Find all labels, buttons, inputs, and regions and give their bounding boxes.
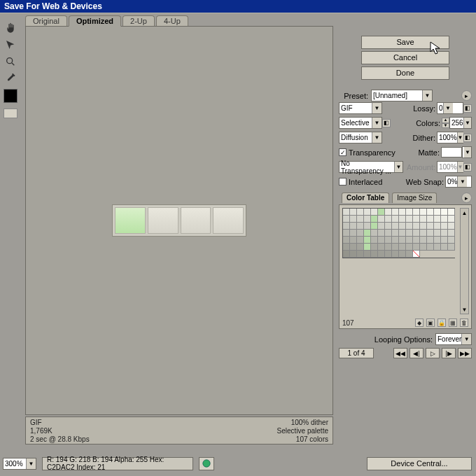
zoom-tool[interactable]	[3, 54, 18, 69]
amount-lock-icon[interactable]: ◧	[463, 163, 472, 172]
looping-label: Looping Options:	[374, 335, 433, 344]
svg-point-1	[203, 460, 211, 468]
info-colorcount: 107 colors	[277, 435, 328, 443]
frame-indicator: 1 of 4	[339, 348, 374, 358]
info-size: 1,769K	[30, 427, 90, 435]
tab-4up[interactable]: 4-Up	[156, 15, 188, 27]
info-palette: Selective palette	[277, 427, 328, 435]
tab-2up[interactable]: 2-Up	[122, 15, 155, 27]
info-time: 2 sec @ 28.8 Kbps	[30, 435, 90, 443]
pixel-readout: R: 194 G: 218 B: 194 Alpha: 255 Hex: C2D…	[42, 457, 193, 470]
dither-label: Dither:	[413, 134, 435, 142]
status-bar: 300%▼ R: 194 G: 218 B: 194 Alpha: 255 He…	[3, 455, 472, 472]
image-content	[112, 204, 246, 237]
preset-menu-icon[interactable]	[461, 90, 472, 101]
format-select[interactable]: GIF▼	[339, 102, 382, 114]
device-central-button[interactable]: Device Central...	[367, 457, 472, 470]
toolbox	[3, 20, 21, 118]
hand-tool[interactable]	[3, 20, 18, 36]
window-titlebar: Save For Web & Devices	[0, 0, 476, 13]
next-frame-button[interactable]: |▶	[442, 348, 456, 358]
lossy-input[interactable]: 0▼	[437, 102, 463, 114]
amount-label: Amount:	[407, 163, 435, 172]
prev-frame-button[interactable]: ◀|	[410, 348, 424, 358]
tab-color-table[interactable]: Color Table	[342, 192, 389, 203]
transparency-map-icon[interactable]: ▣	[426, 318, 435, 327]
dither-lock-icon[interactable]: ◧	[463, 134, 472, 142]
matte-label: Matte:	[418, 148, 440, 157]
reduction-menu-icon[interactable]: ◧	[382, 119, 391, 127]
settings-panel: Save Cancel Done Preset: [Unnamed]▼ GIF▼…	[339, 26, 472, 431]
lossy-label: Lossy:	[413, 104, 435, 113]
websafe-shift-icon[interactable]: ◆	[415, 318, 424, 327]
preset-select[interactable]: [Unnamed]▼	[371, 90, 433, 102]
transparency-dither-select[interactable]: No Transparency ...▼	[339, 161, 403, 173]
eyedropper-color-swatch[interactable]	[4, 89, 18, 103]
new-color-icon[interactable]: ▦	[449, 318, 457, 327]
browser-preview-button[interactable]	[199, 457, 214, 470]
colors-label: Colors:	[416, 119, 440, 127]
websnap-input[interactable]: 0%▼	[445, 176, 472, 188]
interlaced-checkbox[interactable]	[339, 178, 346, 186]
color-table: ▲▼ 107 ◆ ▣ 🔒 ▦ 🗑	[339, 204, 472, 329]
tab-image-size[interactable]: Image Size	[392, 192, 437, 203]
matte-select[interactable]: ▼	[462, 146, 472, 158]
preset-label: Preset:	[339, 92, 368, 100]
optimized-info: GIF 1,769K 2 sec @ 28.8 Kbps 100% dither…	[25, 416, 333, 444]
reduction-select[interactable]: Selective▼	[339, 117, 382, 129]
slice-visibility-toggle[interactable]	[4, 108, 18, 118]
preview-canvas[interactable]	[25, 26, 333, 415]
preview-tabs: Original Optimized 2-Up 4-Up	[25, 15, 188, 27]
done-button[interactable]: Done	[361, 66, 449, 80]
interlaced-label: Interlaced	[349, 178, 382, 186]
looping-select[interactable]: Forever▼	[435, 333, 472, 345]
transparency-checkbox[interactable]: ✓	[339, 148, 346, 156]
first-frame-button[interactable]: ◀◀	[393, 348, 407, 358]
colors-stepper[interactable]: ▲▼	[442, 118, 449, 128]
colors-input[interactable]: 256▼	[449, 117, 472, 129]
color-swatch-grid[interactable]	[342, 208, 455, 258]
lossy-lock-icon[interactable]: ◧	[463, 104, 472, 113]
play-button[interactable]: ▷	[426, 348, 440, 358]
lock-color-icon[interactable]: 🔒	[438, 318, 446, 327]
dither-method-select[interactable]: Diffusion▼	[339, 132, 382, 144]
info-format: GIF	[30, 419, 90, 426]
save-button[interactable]: Save	[361, 36, 449, 49]
tab-original[interactable]: Original	[25, 15, 67, 27]
matte-swatch[interactable]	[441, 147, 462, 158]
amount-input: 100%▼	[437, 161, 463, 173]
eyedropper-tool[interactable]	[3, 71, 18, 86]
last-frame-button[interactable]: ▶▶	[458, 348, 472, 358]
websnap-label: Web Snap:	[406, 178, 444, 186]
zoom-select[interactable]: 300%▼	[3, 458, 36, 470]
tab-optimized[interactable]: Optimized	[69, 15, 121, 27]
dialog-body: Original Optimized 2-Up 4-Up GIF 1,769K …	[0, 13, 476, 476]
cancel-button[interactable]: Cancel	[361, 51, 449, 64]
delete-color-icon[interactable]: 🗑	[460, 318, 468, 327]
info-dither: 100% dither	[277, 419, 328, 426]
colortable-menu-icon[interactable]	[461, 192, 472, 203]
svg-point-0	[7, 58, 13, 64]
dither-input[interactable]: 100%▼	[437, 132, 463, 144]
color-count: 107	[342, 319, 354, 327]
slice-select-tool[interactable]	[3, 37, 18, 52]
transparency-label: Transparency	[349, 148, 396, 157]
colortable-scrollbar[interactable]: ▲▼	[460, 208, 469, 314]
